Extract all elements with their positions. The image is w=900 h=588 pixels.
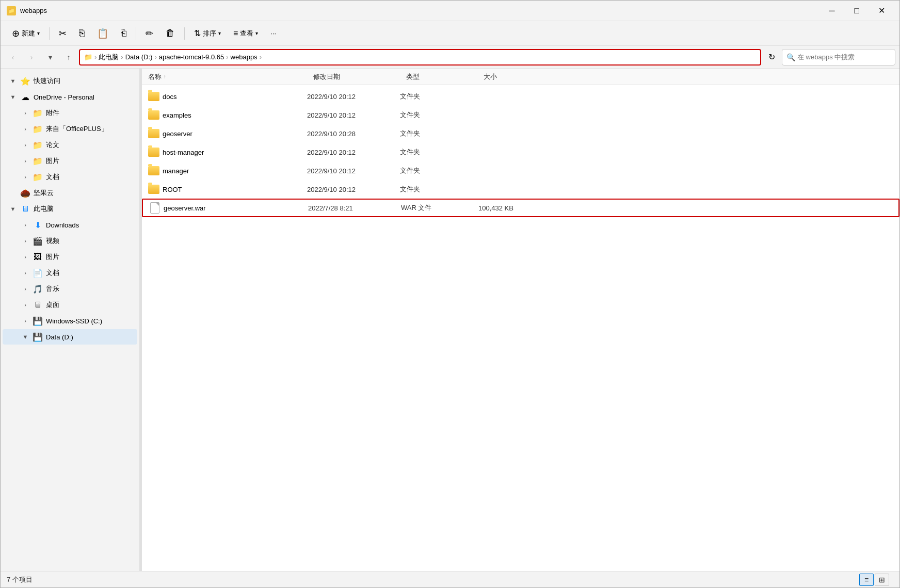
sort-button[interactable]: ⇅ 排序 ▾ — [189, 24, 226, 43]
column-header-date[interactable]: 修改日期 — [313, 72, 406, 81]
sidebar-thispc[interactable]: ▼ 🖥 此电脑 — [3, 201, 137, 217]
sidebar-item-视频[interactable]: › 🎬 视频 — [3, 233, 137, 249]
file-type: 文件夹 — [400, 110, 477, 120]
folder-icon — [148, 110, 159, 120]
more-icon: ··· — [270, 29, 276, 37]
file-name: geoserver — [163, 130, 307, 138]
cut-icon: ✂ — [59, 28, 67, 39]
file-type: WAR 文件 — [401, 203, 478, 213]
grid-view-button[interactable]: ⊞ — [875, 574, 889, 586]
sidebar-jianguoyun[interactable]: › 🌰 坚果云 — [3, 185, 137, 201]
sidebar-item-label-downloads: Downloads — [46, 221, 133, 229]
list-view-button[interactable]: ≡ — [859, 574, 874, 586]
search-input[interactable] — [797, 53, 891, 61]
table-row[interactable]: geoserver 2022/9/10 20:28 文件夹 — [142, 124, 899, 143]
windows-ssd-icon: 💾 — [33, 316, 43, 326]
up-button[interactable]: ↑ — [60, 49, 77, 66]
sidebar-onedrive[interactable]: ▼ ☁ OneDrive - Personal — [3, 89, 137, 105]
file-icon-wrapper — [148, 91, 159, 102]
sidebar-item-论文[interactable]: › 📁 论文 — [3, 137, 137, 153]
search-icon: 🔍 — [786, 53, 795, 61]
column-header-name[interactable]: 名称 ↑ — [148, 72, 313, 81]
file-date: 2022/9/10 20:12 — [307, 93, 400, 101]
toolbar-separator-3 — [184, 27, 185, 40]
sidebar-item-音乐[interactable]: › 🎵 音乐 — [3, 281, 137, 297]
addr-tomcat: apache-tomcat-9.0.65 — [159, 53, 224, 61]
forward-button[interactable]: › — [23, 49, 40, 66]
file-icon-wrapper — [148, 165, 159, 176]
sidebar-item-文档-od[interactable]: › 📁 文档 — [3, 169, 137, 185]
close-button[interactable]: ✕ — [870, 3, 893, 19]
file-icon-wrapper — [148, 184, 159, 195]
view-label: 查看 — [240, 29, 253, 38]
sidebar-item-label-文档: 文档 — [46, 268, 133, 277]
file-name: examples — [163, 111, 307, 119]
table-row[interactable]: docs 2022/9/10 20:12 文件夹 — [142, 87, 899, 106]
table-row[interactable]: geoserver.war 2022/7/28 8:21 WAR 文件 100,… — [142, 199, 899, 217]
视频-chevron-icon: › — [21, 237, 29, 245]
copy-button[interactable]: ⎘ — [74, 24, 90, 43]
cut-button[interactable]: ✂ — [54, 24, 72, 43]
new-icon: ⊕ — [12, 28, 20, 39]
音乐-icon: 🎵 — [33, 284, 43, 294]
sidebar-quick-access[interactable]: ▼ ⭐ 快速访问 — [3, 73, 137, 89]
file-date: 2022/7/28 8:21 — [308, 204, 401, 212]
window-icon: 📁 — [7, 6, 16, 15]
sort-label: 排序 — [203, 29, 216, 38]
onedrive-chevron-icon: ▼ — [9, 93, 17, 101]
图片-icon: 🖼 — [33, 252, 43, 262]
sidebar-item-图片[interactable]: › 🖼 图片 — [3, 249, 137, 265]
search-box[interactable]: 🔍 — [782, 49, 895, 66]
file-size: 100,432 KB — [478, 204, 540, 212]
new-button[interactable]: ⊕ 新建 ▾ — [7, 24, 45, 43]
sidebar-item-label-桌面: 桌面 — [46, 300, 133, 309]
minimize-button[interactable]: ─ — [820, 3, 844, 19]
recent-button[interactable]: ▾ — [42, 49, 58, 66]
column-header-type[interactable]: 类型 — [406, 72, 484, 81]
file-type: 文件夹 — [400, 185, 477, 194]
view-button[interactable]: ≡ 查看 ▾ — [228, 24, 263, 43]
paste-button[interactable]: 📋 — [92, 24, 114, 43]
refresh-button[interactable]: ↻ — [763, 49, 780, 66]
文档-chevron-icon: › — [21, 269, 29, 277]
sidebar-item-data-d[interactable]: ▼ 💾 Data (D:) — [3, 329, 137, 345]
附件-folder-icon: 📁 — [33, 108, 43, 118]
addr-sep-4: › — [226, 53, 228, 61]
table-row[interactable]: ROOT 2022/9/10 20:12 文件夹 — [142, 180, 899, 199]
windows-ssd-chevron-icon: › — [21, 317, 29, 325]
back-button[interactable]: ‹ — [5, 49, 21, 66]
new-chevron-icon: ▾ — [37, 30, 40, 36]
quick-access-icon: ⭐ — [20, 76, 30, 86]
sidebar-item-附件[interactable]: › 📁 附件 — [3, 105, 137, 121]
sidebar-item-downloads[interactable]: › ⬇ Downloads — [3, 217, 137, 233]
address-bar: ‹ › ▾ ↑ 📁 › 此电脑 › Data (D:) › apache-tom… — [1, 46, 899, 69]
sidebar-item-桌面[interactable]: › 🖥 桌面 — [3, 297, 137, 313]
table-row[interactable]: manager 2022/9/10 20:12 文件夹 — [142, 161, 899, 180]
table-row[interactable]: examples 2022/9/10 20:12 文件夹 — [142, 106, 899, 124]
more-button[interactable]: ··· — [265, 24, 281, 43]
桌面-icon: 🖥 — [33, 300, 43, 310]
sidebar-item-图片-od[interactable]: › 📁 图片 — [3, 153, 137, 169]
sidebar-item-文档[interactable]: › 📄 文档 — [3, 265, 137, 281]
file-name: host-manager — [163, 149, 307, 156]
delete-button[interactable]: 🗑 — [160, 24, 180, 43]
maximize-button[interactable]: □ — [845, 3, 869, 19]
file-date: 2022/9/10 20:12 — [307, 149, 400, 156]
share-button[interactable]: ⎗ — [116, 24, 132, 43]
sidebar-item-officeplus[interactable]: › 📁 来自「OfficePLUS」 — [3, 121, 137, 137]
data-d-chevron-icon: ▼ — [21, 333, 29, 341]
table-row[interactable]: host-manager 2022/9/10 20:12 文件夹 — [142, 143, 899, 161]
view-icon: ≡ — [233, 29, 238, 38]
address-path[interactable]: 📁 › 此电脑 › Data (D:) › apache-tomcat-9.0.… — [79, 49, 761, 66]
file-icon — [150, 202, 159, 214]
sort-chevron-icon: ▾ — [218, 30, 221, 36]
file-list-header: 名称 ↑ 修改日期 类型 大小 — [142, 69, 899, 85]
sidebar-item-windows-ssd[interactable]: › 💾 Windows-SSD (C:) — [3, 313, 137, 329]
rename-button[interactable]: ✏ — [140, 24, 158, 43]
onedrive-icon: ☁ — [20, 92, 30, 102]
column-sort-icon: ↑ — [164, 74, 166, 79]
share-icon: ⎗ — [121, 28, 126, 39]
column-header-size[interactable]: 大小 — [484, 72, 545, 81]
addr-thispc: 此电脑 — [99, 53, 119, 62]
sidebar-item-label-论文: 论文 — [46, 140, 133, 150]
